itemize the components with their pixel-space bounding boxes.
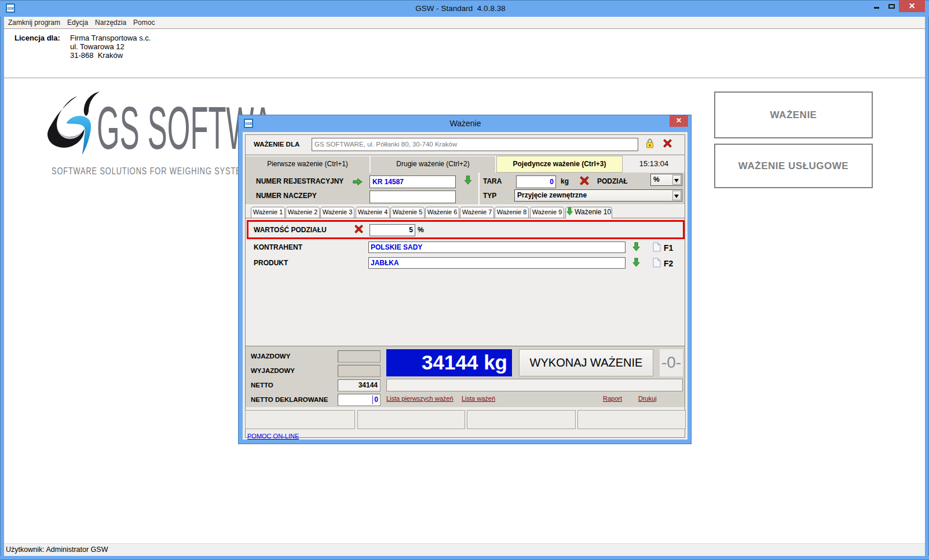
svg-text:GSW: GSW bbox=[246, 121, 252, 126]
svg-text:GSW: GSW bbox=[8, 6, 14, 11]
